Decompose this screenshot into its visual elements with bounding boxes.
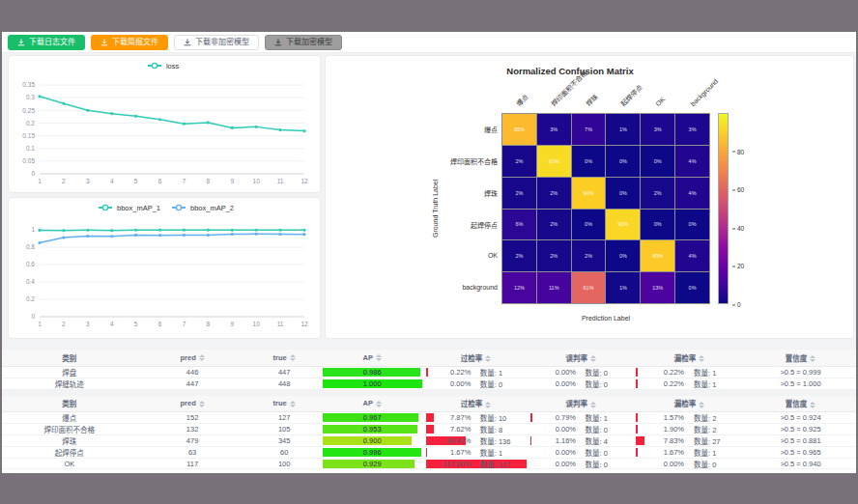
svg-text:bbox_mAP_2: bbox_mAP_2 [190,204,234,212]
matrix-cell: 2% [641,178,674,209]
table-header-row: 类别predtrueAP过检率误判率漏检率置信度 [2,396,856,412]
sort-caret-icon[interactable] [199,354,205,361]
class-name-cell: 焊珠 [2,435,137,447]
sort-caret-icon[interactable] [810,355,815,362]
ap-value: 0.967 [323,413,422,422]
table-row: 爆点1521270.9677.87%数量: 100.79%数量: 11.57%数… [2,412,856,424]
sort-caret-icon[interactable] [590,402,596,408]
sort-caret-icon[interactable] [590,355,596,362]
metric-count: 数量: 4 [586,435,608,446]
metric-percent: 0.22% [426,368,472,377]
matrix-cell: 61% [572,272,606,303]
ap-value: 0.929 [323,460,422,468]
sort-caret-icon[interactable] [485,402,491,408]
matrix-cell: 6% [502,210,536,240]
confusion-matrix-grid: 85%3%7%1%3%3%2%93%0%0%0%4%2%2%90%0%2%4%6… [501,113,710,304]
sort-caret-icon[interactable] [199,401,205,407]
metric-count: 数量: 0 [586,447,608,458]
confidence-cell: >0.5 = 0.925 [745,424,856,435]
column-header[interactable]: true [248,396,321,412]
metric-percent: 1.67% [426,448,472,457]
ap-value: 0.900 [323,436,422,445]
download-encrypted-model-button[interactable]: 下载加密模型 [265,35,342,50]
sort-caret-icon[interactable] [376,401,382,407]
x-tick-label: 2 [62,178,66,184]
metric-count: 数量: 136 [480,435,511,446]
pred-cell: 152 [137,412,248,424]
sort-caret-icon[interactable] [810,402,815,408]
column-header[interactable]: 漏检率 [634,396,745,412]
sort-caret-icon[interactable] [376,354,382,361]
misjudge-cell: 0.79%数量: 1 [529,412,635,424]
confidence-cell: >0.5 = 0.965 [745,447,856,459]
ap-bar-wrap: 0.929 [323,460,422,468]
y-tick-label: 0 [31,313,35,320]
sort-caret-icon[interactable] [290,401,296,407]
x-tick-label: 9 [230,321,234,327]
sort-caret-icon[interactable] [485,355,491,362]
pred-cell: 63 [137,447,248,459]
x-tick-label: 10 [253,321,261,327]
x-tick-label: 11 [277,321,284,327]
true-cell: 105 [248,424,321,435]
sort-caret-icon[interactable] [290,354,296,361]
matrix-cell: 4% [675,146,709,177]
overkill-cell: 117.00%数量: 117 [424,459,529,469]
column-header[interactable]: 置信度 [745,396,856,412]
matrix-col-label: 爆点 [515,93,530,108]
matrix-row-label: 焊印面积不合格 [445,156,498,166]
x-tick-label: 1 [38,321,42,327]
x-tick-label: 5 [134,321,138,327]
metric-count: 数量: 0 [694,459,716,469]
colorbar-tick-label: 80 [732,148,744,154]
column-header[interactable]: pred [137,396,248,412]
column-header[interactable]: 过检率 [424,396,529,412]
matrix-cell: 90% [572,178,606,209]
column-header[interactable]: 误判率 [529,350,635,366]
matrix-cell: 11% [537,272,571,303]
y-tick-label: 0.05 [22,157,35,164]
metric-count: 数量: 117 [480,459,510,469]
true-cell: 100 [248,459,321,469]
matrix-cell: 0% [572,146,606,177]
miss-cell: 1.67%数量: 1 [634,447,745,459]
matrix-cell: 4% [675,178,709,209]
ap-bar-wrap: 0.967 [323,413,422,422]
misjudge-cell: 0.00%数量: 0 [529,459,635,469]
legend-item[interactable]: loss [148,62,180,70]
column-header[interactable]: 误判率 [529,396,635,412]
ap-value: 0.986 [323,368,422,377]
metric-count: 数量: 10 [480,412,507,423]
column-header[interactable]: 漏检率 [634,350,745,366]
column-header[interactable]: 过检率 [424,350,529,366]
column-header[interactable]: pred [137,350,248,366]
download-unencrypted-model-button[interactable]: 下载非加密模型 [174,35,259,50]
legend-item[interactable]: bbox_mAP_1 [99,204,160,212]
column-header[interactable]: AP [321,396,424,412]
column-header[interactable]: true [248,350,321,366]
table-row: 焊印面积不合格1321050.9537.62%数量: 80.00%数量: 01.… [2,424,856,435]
sort-caret-icon[interactable] [699,402,704,408]
sort-caret-icon[interactable] [699,355,704,362]
matrix-cell: 2% [537,178,571,209]
download-report-button[interactable]: 下载简报文件 [91,35,168,50]
matrix-cell: 92% [606,210,640,240]
overkill-cell: 0.22%数量: 1 [424,366,529,378]
metric-percent: 0.22% [636,368,684,377]
metric-percent: 0.00% [636,460,684,468]
y-tick-label: 0.15 [22,132,35,139]
matrix-cell: 2% [537,240,571,271]
x-tick-label: 12 [300,321,308,327]
metric-count: 数量: 1 [694,447,716,458]
column-header[interactable]: 置信度 [745,350,856,366]
legend-item[interactable]: bbox_mAP_2 [172,204,234,212]
bbox-map-chart: 00.20.40.60.81123456789101112bbox_mAP_1b… [9,198,322,340]
metric-cell: 7.87%数量: 10 [426,413,527,423]
class-name-cell: 起焊停点 [2,447,137,459]
misjudge-cell: 0.00%数量: 0 [529,366,635,378]
y-tick-label: 0.1 [26,145,35,152]
download-log-button[interactable]: 下载日志文件 [8,35,85,50]
confidence-cell: >0.5 = 0.999 [745,366,856,378]
matrix-cell: 2% [502,146,536,177]
column-header[interactable]: AP [321,350,424,366]
